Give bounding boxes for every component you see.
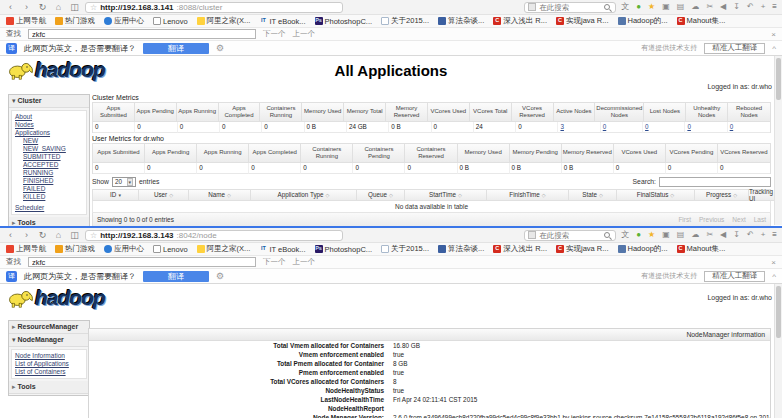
sidebar-section-resourcemanager[interactable]: ResourceManager: [9, 321, 89, 334]
find-prev-button[interactable]: 上一个: [293, 257, 316, 267]
close-icon[interactable]: ×: [771, 30, 776, 39]
bookmark-item[interactable]: 应用中心: [104, 16, 144, 26]
back-icon[interactable]: ‹: [5, 230, 16, 240]
favorites-star-icon[interactable]: ★: [648, 231, 655, 239]
applications-column-header[interactable]: FinishTime: [487, 190, 569, 201]
page-size-select[interactable]: 20 ▾: [112, 177, 136, 187]
bookmark-item[interactable]: C 实现java R...: [556, 16, 609, 26]
sidebar-link[interactable]: List of Applications: [15, 360, 83, 368]
sidebar-section-tools[interactable]: Tools: [9, 217, 89, 226]
new-tab-icon[interactable]: +: [761, 3, 766, 11]
sidebar-link[interactable]: About: [15, 113, 83, 121]
find-next-button[interactable]: 下一个: [263, 29, 286, 39]
translate-button[interactable]: 翻译: [143, 271, 209, 282]
bookmark-item[interactable]: 阿里之家(X...: [197, 244, 251, 254]
address-bar[interactable]: ☆ http://192.168.3.141:8088/cluster: [85, 2, 343, 13]
sidebar-link-scheduler[interactable]: Scheduler: [15, 204, 83, 212]
volume-icon[interactable]: ◀: [720, 3, 726, 11]
bookmark-item[interactable]: C 实现java R...: [556, 244, 609, 254]
find-input[interactable]: [28, 29, 256, 39]
scrollbar[interactable]: [774, 284, 782, 418]
search-icon[interactable]: [604, 232, 610, 238]
sidebar-link[interactable]: Node Information: [15, 352, 83, 360]
bookmark-item[interactable]: Lenovo: [153, 245, 188, 254]
bookmark-item[interactable]: Lenovo: [153, 17, 188, 26]
search-icon[interactable]: [604, 4, 610, 10]
bookmark-item[interactable]: C 深入浅出 R...: [493, 16, 547, 26]
new-tab-icon[interactable]: +: [761, 231, 766, 239]
sidebar-app-state-link[interactable]: SUBMITTED: [23, 153, 83, 161]
search-box[interactable]: [524, 230, 616, 241]
applications-column-header[interactable]: User: [139, 190, 189, 201]
applications-column-header[interactable]: Progress: [695, 190, 749, 201]
find-input[interactable]: [28, 257, 256, 267]
bookmark-item[interactable]: 关于2015...: [381, 244, 429, 254]
bookmark-item[interactable]: Hadoop的...: [618, 244, 668, 254]
bookmark-item[interactable]: 上网导航: [6, 244, 46, 254]
table-search-input[interactable]: [659, 177, 771, 187]
bookmark-item[interactable]: 阿里之家(X...: [197, 16, 251, 26]
bookmark-item[interactable]: Ps PhotoshopC...: [315, 245, 373, 254]
search-input[interactable]: [539, 231, 601, 240]
home-icon[interactable]: ⌂: [53, 230, 64, 240]
bookmark-item[interactable]: 应用中心: [104, 244, 144, 254]
bookmark-item[interactable]: C Mahout集...: [677, 16, 726, 26]
back-icon[interactable]: ‹: [5, 2, 16, 12]
sidebar-section-cluster[interactable]: Cluster: [9, 95, 89, 108]
forward-icon[interactable]: ›: [21, 2, 32, 12]
bookmark-item[interactable]: Ps PhotoshopC...: [315, 17, 373, 26]
premium-translate-button[interactable]: 精准人工翻译: [704, 271, 765, 282]
applications-column-header[interactable]: Queue: [357, 190, 405, 201]
sidebar-section-nodemanager[interactable]: NodeManager: [9, 334, 89, 347]
translate-button[interactable]: 翻译: [143, 43, 209, 54]
restore-icon[interactable]: ↶: [747, 231, 754, 239]
bookmark-item[interactable]: 上网导航: [6, 16, 46, 26]
favorites-star-icon[interactable]: ★: [648, 3, 655, 11]
adblock-icon[interactable]: ●: [636, 3, 641, 11]
sidebar-app-state-link[interactable]: NEW_SAVING: [23, 145, 83, 153]
sidebar-link[interactable]: Nodes: [15, 121, 83, 129]
applications-column-header[interactable]: State: [569, 190, 617, 201]
search-engine-icon[interactable]: [528, 3, 536, 11]
translate-page-icon[interactable]: 文: [621, 231, 629, 239]
address-bar[interactable]: ☆ http://192.168.3.143:8042/node: [85, 230, 343, 241]
premium-translate-button[interactable]: 精准人工翻译: [704, 43, 765, 54]
bookmark-item[interactable]: 关于2015...: [381, 16, 429, 26]
bookmark-item[interactable]: 算法杂谈...: [438, 244, 484, 254]
cloud-sync-icon[interactable]: ☁: [691, 3, 699, 11]
menu-icon[interactable]: ≡: [772, 231, 777, 239]
sidebar-app-state-link[interactable]: FAILED: [23, 185, 83, 193]
collapse-icon[interactable]: ^: [772, 272, 776, 281]
scrollbar-thumb[interactable]: [776, 58, 781, 100]
home-icon[interactable]: ⌂: [53, 2, 64, 12]
screenshot-icon[interactable]: ✂: [706, 3, 713, 11]
search-engine-icon[interactable]: [528, 231, 536, 239]
applications-column-header[interactable]: Name: [189, 190, 251, 201]
sidebar-link[interactable]: List of Containers: [15, 368, 83, 376]
scrollbar-thumb[interactable]: [776, 286, 781, 338]
search-input[interactable]: [539, 3, 601, 12]
gear-icon[interactable]: ⚙: [216, 43, 224, 53]
bookmark-item[interactable]: C Mahout集...: [677, 244, 726, 254]
gear-icon[interactable]: ⚙: [216, 271, 224, 281]
translate-page-icon[interactable]: 文: [621, 3, 629, 11]
applications-column-header[interactable]: FinalStatus: [617, 190, 695, 201]
adblock-icon[interactable]: ●: [636, 231, 641, 239]
sidebar-link[interactable]: Applications: [15, 129, 83, 137]
bookmark-star-icon[interactable]: ☆: [90, 3, 97, 12]
bookmark-item[interactable]: C 深入浅出 R...: [493, 244, 547, 254]
collapse-icon[interactable]: ^: [772, 44, 776, 53]
bookmark-item[interactable]: 热门游戏: [55, 244, 95, 254]
applications-column-header[interactable]: ID: [93, 190, 139, 201]
download-icon[interactable]: ↧: [733, 231, 740, 239]
download-icon[interactable]: ↧: [733, 3, 740, 11]
forward-icon[interactable]: ›: [21, 230, 32, 240]
restore-icon[interactable]: ↶: [747, 3, 754, 11]
bookmark-item[interactable]: IT IT eBook...: [259, 245, 305, 254]
sidebar-app-state-link[interactable]: KILLED: [23, 193, 83, 201]
reading-list-icon[interactable]: ▤: [677, 3, 685, 11]
split-screen-icon[interactable]: ◫: [69, 230, 80, 240]
sidebar-app-state-link[interactable]: NEW: [23, 137, 83, 145]
pagination-button[interactable]: Next: [732, 216, 745, 223]
search-box[interactable]: [524, 2, 616, 13]
